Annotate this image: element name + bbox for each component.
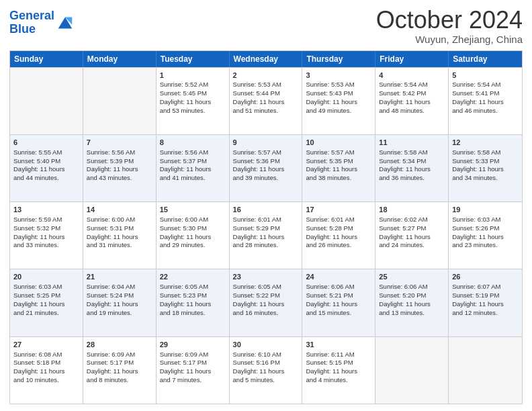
cell-line: Sunset: 5:22 PM xyxy=(233,291,299,300)
cell-line: Sunrise: 6:03 AM xyxy=(13,283,79,291)
cell-line: Sunrise: 5:53 AM xyxy=(306,81,371,89)
cell-line: Sunrise: 6:08 AM xyxy=(13,351,79,359)
cell-line: Sunset: 5:37 PM xyxy=(160,157,226,166)
header-day-friday: Friday xyxy=(375,51,449,67)
calendar-row-3: 20Sunrise: 6:03 AMSunset: 5:25 PMDayligh… xyxy=(10,269,522,336)
cell-line: and 39 minutes. xyxy=(233,174,299,183)
table-row xyxy=(375,337,449,404)
cell-line: Sunrise: 5:58 AM xyxy=(452,148,519,157)
cell-line: Sunrise: 5:54 AM xyxy=(452,81,519,89)
cell-line: Sunrise: 6:06 AM xyxy=(379,283,445,291)
day-number: 9 xyxy=(233,138,299,148)
cell-line: Sunset: 5:34 PM xyxy=(379,157,445,166)
day-number: 17 xyxy=(306,205,371,215)
cell-line: and 8 minutes. xyxy=(87,376,152,385)
day-number: 5 xyxy=(452,71,519,81)
cell-line: Sunrise: 5:55 AM xyxy=(13,148,79,157)
header: General Blue October 2024 Wuyun, Zhejian… xyxy=(9,7,523,45)
day-number: 30 xyxy=(233,340,299,350)
cell-line: and 10 minutes. xyxy=(13,376,79,385)
cell-line: Sunrise: 6:09 AM xyxy=(160,351,226,359)
cell-line: Sunset: 5:41 PM xyxy=(452,89,519,98)
day-number: 8 xyxy=(160,138,226,148)
day-number: 2 xyxy=(233,71,299,81)
title-block: October 2024 Wuyun, Zhejiang, China xyxy=(376,7,523,45)
cell-line: Sunrise: 5:58 AM xyxy=(379,148,445,157)
cell-line: Daylight: 11 hours xyxy=(452,165,519,174)
table-row: 6Sunrise: 5:55 AMSunset: 5:40 PMDaylight… xyxy=(10,135,83,201)
cell-line: and 41 minutes. xyxy=(160,174,226,183)
table-row: 9Sunrise: 5:57 AMSunset: 5:36 PMDaylight… xyxy=(230,135,303,201)
cell-line: Daylight: 11 hours xyxy=(160,233,226,242)
table-row: 8Sunrise: 5:56 AMSunset: 5:37 PMDaylight… xyxy=(157,135,230,201)
table-row xyxy=(83,68,157,134)
table-row: 31Sunrise: 6:11 AMSunset: 5:15 PMDayligh… xyxy=(302,337,375,404)
cell-line: and 36 minutes. xyxy=(379,174,445,183)
cell-line: Daylight: 11 hours xyxy=(13,233,79,242)
cell-line: Daylight: 11 hours xyxy=(160,165,226,174)
day-number: 14 xyxy=(87,205,152,215)
cell-line: Sunrise: 5:56 AM xyxy=(87,148,152,157)
cell-line: Sunrise: 6:03 AM xyxy=(452,216,519,224)
cell-line: Sunset: 5:44 PM xyxy=(233,89,299,98)
table-row: 5Sunrise: 5:54 AMSunset: 5:41 PMDaylight… xyxy=(449,68,522,134)
table-row xyxy=(449,337,522,404)
table-row: 3Sunrise: 5:53 AMSunset: 5:43 PMDaylight… xyxy=(302,68,375,134)
cell-line: Sunset: 5:36 PM xyxy=(233,157,299,166)
cell-line: and 24 minutes. xyxy=(379,241,445,250)
cell-line: and 46 minutes. xyxy=(452,107,519,116)
cell-line: and 49 minutes. xyxy=(306,107,371,116)
table-row: 7Sunrise: 5:56 AMSunset: 5:39 PMDaylight… xyxy=(83,135,157,201)
day-number: 13 xyxy=(13,205,79,215)
logo-text: General Blue xyxy=(9,9,54,36)
day-number: 27 xyxy=(13,340,79,350)
cell-line: Sunset: 5:40 PM xyxy=(13,157,79,166)
cell-line: and 5 minutes. xyxy=(233,376,299,385)
cell-line: Sunset: 5:33 PM xyxy=(452,157,519,166)
cell-line: Daylight: 11 hours xyxy=(160,367,226,376)
cell-line: Sunset: 5:35 PM xyxy=(306,157,371,166)
table-row: 29Sunrise: 6:09 AMSunset: 5:17 PMDayligh… xyxy=(157,337,230,404)
cell-line: Daylight: 11 hours xyxy=(379,300,445,309)
day-number: 16 xyxy=(233,205,299,215)
cell-line: and 48 minutes. xyxy=(379,107,445,116)
cell-line: Sunrise: 6:01 AM xyxy=(233,216,299,224)
day-number: 18 xyxy=(379,205,445,215)
calendar-body: 1Sunrise: 5:52 AMSunset: 5:45 PMDaylight… xyxy=(10,67,522,404)
cell-line: Daylight: 11 hours xyxy=(233,98,299,107)
cell-line: Sunset: 5:30 PM xyxy=(160,224,226,233)
table-row: 22Sunrise: 6:05 AMSunset: 5:23 PMDayligh… xyxy=(157,269,230,336)
cell-line: and 23 minutes. xyxy=(452,241,519,250)
cell-line: and 34 minutes. xyxy=(452,174,519,183)
table-row: 27Sunrise: 6:08 AMSunset: 5:18 PMDayligh… xyxy=(10,337,83,404)
table-row: 1Sunrise: 5:52 AMSunset: 5:45 PMDaylight… xyxy=(157,68,230,134)
header-day-saturday: Saturday xyxy=(449,51,522,67)
cell-line: Daylight: 11 hours xyxy=(233,300,299,309)
header-day-sunday: Sunday xyxy=(10,51,83,67)
table-row: 23Sunrise: 6:05 AMSunset: 5:22 PMDayligh… xyxy=(230,269,303,336)
logo: General Blue xyxy=(9,9,75,36)
day-number: 31 xyxy=(306,340,371,350)
day-number: 3 xyxy=(306,71,371,81)
table-row: 13Sunrise: 5:59 AMSunset: 5:32 PMDayligh… xyxy=(10,202,83,269)
table-row: 14Sunrise: 6:00 AMSunset: 5:31 PMDayligh… xyxy=(83,202,157,269)
cell-line: Sunrise: 6:02 AM xyxy=(379,216,445,224)
cell-line: Sunset: 5:39 PM xyxy=(87,157,152,166)
table-row: 25Sunrise: 6:06 AMSunset: 5:20 PMDayligh… xyxy=(375,269,449,336)
table-row: 24Sunrise: 6:06 AMSunset: 5:21 PMDayligh… xyxy=(302,269,375,336)
subtitle: Wuyun, Zhejiang, China xyxy=(376,34,523,45)
cell-line: Sunrise: 5:57 AM xyxy=(233,148,299,157)
cell-line: Sunset: 5:21 PM xyxy=(306,291,371,300)
cell-line: Sunset: 5:42 PM xyxy=(379,89,445,98)
cell-line: Sunrise: 6:05 AM xyxy=(233,283,299,291)
cell-line: Sunrise: 5:52 AM xyxy=(160,81,226,89)
cell-line: Daylight: 11 hours xyxy=(452,300,519,309)
cell-line: and 7 minutes. xyxy=(160,376,226,385)
table-row: 28Sunrise: 6:09 AMSunset: 5:17 PMDayligh… xyxy=(83,337,157,404)
table-row: 4Sunrise: 5:54 AMSunset: 5:42 PMDaylight… xyxy=(375,68,449,134)
table-row: 10Sunrise: 5:57 AMSunset: 5:35 PMDayligh… xyxy=(302,135,375,201)
cell-line: Daylight: 11 hours xyxy=(13,165,79,174)
cell-line: and 21 minutes. xyxy=(13,309,79,318)
cell-line: Daylight: 11 hours xyxy=(13,300,79,309)
cell-line: Daylight: 11 hours xyxy=(233,165,299,174)
